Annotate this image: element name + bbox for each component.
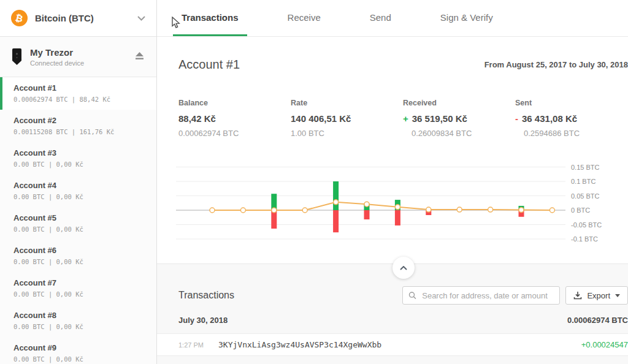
sent-bar	[333, 210, 339, 232]
download-icon	[573, 291, 582, 300]
caret-down-icon	[615, 294, 620, 297]
sent-bar	[395, 210, 400, 226]
balance-chart: 0.15 BTC0.1 BTC0.05 BTC0 BTC-0.05 BTC-0.…	[176, 156, 628, 254]
sidebar-item-account-3[interactable]: Account #30.00 BTC | 0,00 Kč	[0, 142, 156, 175]
y-axis-tick-label: 0 BTC	[571, 207, 590, 214]
search-input[interactable]	[421, 290, 554, 301]
tab-sign-verify[interactable]: Sign & Verify	[432, 0, 502, 36]
coin-selector[interactable]: ₿ Bitcoin (BTC)	[0, 0, 156, 37]
sidebar-item-account-7[interactable]: Account #70.00 BTC | 0,00 Kč	[0, 272, 156, 305]
transactions-tools: Export	[402, 286, 628, 305]
tx-date: July 30, 2018	[178, 316, 228, 325]
sidebar-item-account-5[interactable]: Account #50.00 BTC | 0,00 Kč	[0, 207, 156, 240]
device-row[interactable]: My Trezor Connected device	[0, 37, 156, 77]
transactions-title: Transactions	[178, 290, 234, 301]
sidebar-item-account-2[interactable]: Account #20.00115208 BTC | 161,76 Kč	[0, 110, 156, 142]
balance-point	[426, 207, 431, 212]
tx-address: 3KYjVnxLiAsg3wz4UsAVSP3c14XgeWwXbb	[218, 340, 381, 349]
coin-label: Bitcoin (BTC)	[35, 13, 94, 23]
received-fiat-value: 36 519,50 Kč	[412, 113, 467, 124]
rate-btc: 1.00 BTC	[291, 129, 403, 138]
balance-label: Balance	[178, 99, 291, 107]
date-range: From August 25, 2017 to July 30, 2018	[484, 60, 628, 69]
tx-day-total: 0.00062974 BTC	[567, 316, 628, 325]
eject-device-button[interactable]	[132, 50, 147, 64]
sidebar-item-account-8[interactable]: Account #80.00 BTC | 0,00 Kč	[0, 305, 156, 337]
account-label: Account #8	[13, 311, 150, 320]
balance-point	[488, 207, 493, 212]
received-bar	[333, 181, 339, 210]
sidebar-item-account-4[interactable]: Account #40.00 BTC | 0,00 Kč	[0, 175, 156, 207]
summary-received: Received + 36 519,50 Kč 0.26009834 BTC	[403, 99, 515, 138]
balance-point	[272, 208, 277, 213]
trezor-device-icon	[12, 48, 21, 65]
balance-point	[302, 208, 307, 213]
account-list: Account #10.00062974 BTC | 88,42 KčAccou…	[0, 77, 156, 364]
sent-btc: 0.2594686 BTC	[524, 129, 627, 138]
search-icon	[408, 291, 416, 300]
account-label: Account #9	[13, 343, 150, 352]
device-name: My Trezor	[30, 47, 84, 58]
received-label: Received	[403, 99, 515, 107]
transaction-row[interactable]: 1:27 PM3KYjVnxLiAsg3wz4UsAVSP3c14XgeWwXb…	[157, 333, 628, 356]
transactions-panel: Transactions Export	[157, 264, 628, 364]
bitcoin-icon: ₿	[11, 10, 28, 26]
transaction-groups: July 30, 20180.00062974 BTC1:27 PM3KYjVn…	[157, 305, 628, 356]
account-value: 0.00 BTC | 0,00 Kč	[13, 161, 150, 168]
y-axis-tick-label: -0.1 BTC	[571, 235, 598, 243]
account-value: 0.00 BTC | 0,00 Kč	[13, 290, 150, 298]
summary-rate: Rate 140 406,51 Kč 1.00 BTC	[291, 99, 403, 138]
tab-receive[interactable]: Receive	[279, 0, 329, 36]
chevron-up-icon	[400, 266, 407, 270]
account-label: Account #1	[13, 83, 150, 93]
chart-svg: 0.15 BTC0.1 BTC0.05 BTC0 BTC-0.05 BTC-0.…	[176, 156, 628, 254]
sent-fiat: - 36 431,08 Kč	[515, 113, 627, 124]
sent-bar	[364, 210, 370, 219]
main-panel: TransactionsReceiveSendSign & Verify Acc…	[157, 0, 628, 364]
tx-time: 1:27 PM	[178, 341, 213, 349]
account-value: 0.00 BTC | 0,00 Kč	[13, 226, 150, 233]
account-value: 0.00 BTC | 0,00 Kč	[13, 258, 150, 265]
y-axis-tick-label: 0.1 BTC	[571, 178, 595, 185]
tab-transactions[interactable]: Transactions	[173, 0, 247, 36]
export-button[interactable]: Export	[565, 286, 628, 305]
sidebar-item-account-1[interactable]: Account #10.00062974 BTC | 88,42 Kč	[0, 77, 156, 110]
balance-point	[519, 208, 524, 213]
account-summary-card: Account #1 From August 25, 2017 to July …	[157, 37, 628, 264]
y-axis-tick-label: 0.15 BTC	[571, 164, 600, 171]
y-axis-tick-label: 0.05 BTC	[571, 192, 600, 200]
tx-amount: +0.00024547	[581, 340, 628, 349]
tab-send[interactable]: Send	[361, 0, 400, 36]
sidebar: ₿ Bitcoin (BTC) My Trezor Connected devi…	[0, 0, 157, 364]
collapse-graph-button[interactable]	[392, 257, 415, 279]
y-axis-tick-label: -0.05 BTC	[571, 221, 602, 229]
account-value: 0.00 BTC | 0,00 Kč	[13, 323, 150, 330]
trezor-wallet-app: ₿ Bitcoin (BTC) My Trezor Connected devi…	[0, 0, 628, 364]
export-label: Export	[587, 291, 610, 300]
sidebar-item-account-6[interactable]: Account #60.00 BTC | 0,00 Kč	[0, 240, 156, 272]
balance-point	[457, 207, 462, 212]
eject-icon	[135, 52, 144, 60]
balance-point	[364, 202, 369, 207]
account-label: Account #7	[13, 278, 150, 287]
rate-fiat: 140 406,51 Kč	[291, 113, 403, 124]
account-label: Account #4	[13, 181, 150, 190]
summary-sent: Sent - 36 431,08 Kč 0.2594686 BTC	[515, 99, 627, 138]
page-title: Account #1	[178, 58, 240, 72]
chevron-down-icon	[137, 16, 145, 21]
search-box	[402, 286, 560, 305]
balance-point	[240, 208, 245, 213]
summary-balance: Balance 88,42 Kč 0.00062974 BTC	[178, 99, 291, 138]
balance-point	[210, 208, 215, 213]
account-label: Account #6	[13, 246, 150, 255]
account-label: Account #3	[13, 148, 150, 157]
sidebar-item-account-9[interactable]: Account #90.00 BTC | 0,00 Kč	[0, 337, 156, 364]
sent-fiat-value: 36 431,08 Kč	[522, 113, 577, 124]
balance-fiat: 88,42 Kč	[178, 113, 291, 124]
rate-label: Rate	[291, 99, 403, 107]
balance-btc: 0.00062974 BTC	[178, 129, 291, 138]
balance-point	[334, 200, 339, 205]
balance-line	[212, 202, 552, 210]
sent-label: Sent	[515, 99, 627, 107]
balance-point	[395, 205, 400, 210]
